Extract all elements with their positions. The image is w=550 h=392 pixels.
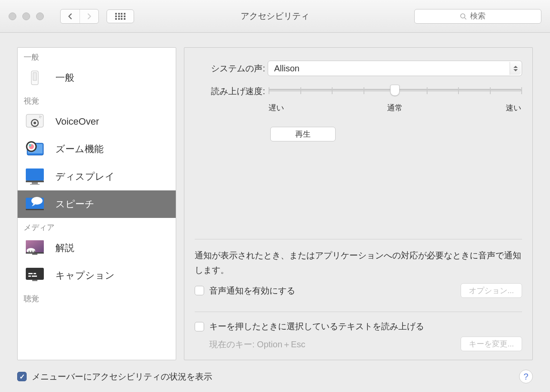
zoom-icon	[24, 141, 46, 158]
forward-button[interactable]	[79, 9, 98, 23]
current-key-label: 現在のキー: Option＋Esc	[209, 339, 305, 350]
sidebar: 一般 一般 視覚 VoiceOver ズーム機能	[17, 47, 176, 360]
options-button[interactable]: オプション...	[461, 283, 522, 298]
svg-line-1	[464, 18, 466, 19]
slider-thumb[interactable]	[390, 85, 400, 96]
zoom-icon[interactable]	[36, 12, 44, 20]
content: 一般 一般 視覚 VoiceOver ズーム機能	[0, 33, 550, 366]
enable-announcements-label: 音声通知を有効にする	[209, 285, 295, 297]
menubar-status-label: メニューバーにアクセシビリティの状況を表示	[32, 371, 212, 383]
speak-selected-row: キーを押したときに選択しているテキストを読み上げる	[195, 321, 522, 332]
svg-point-25	[34, 251, 35, 252]
svg-point-23	[28, 251, 30, 252]
general-icon	[24, 69, 46, 86]
show-all-button[interactable]	[107, 9, 134, 23]
speaking-rate-row: 読み上げ速度: 遅い	[195, 84, 522, 113]
svg-point-19	[31, 197, 43, 205]
sidebar-item-display[interactable]: ディスプレイ	[18, 163, 176, 190]
system-voice-value: Allison	[274, 64, 299, 74]
enable-announcements-checkbox[interactable]	[195, 286, 204, 295]
svg-point-24	[31, 251, 33, 252]
rate-normal-label: 通常	[387, 103, 403, 113]
speak-selected-checkbox[interactable]	[195, 322, 204, 331]
svg-rect-27	[32, 254, 37, 255]
announce-description: 通知が表示されたとき、またはアプリケーションへの対応が必要なときに音声で通知しま…	[195, 248, 522, 277]
speaking-rate-slider-area: 遅い 通常 速い	[268, 84, 522, 113]
sidebar-item-captions[interactable]: キャプション	[18, 262, 176, 289]
system-voice-row: システムの声: Allison	[195, 61, 522, 76]
system-voice-label: システムの声:	[195, 63, 268, 74]
window: アクセシビリティ 一般 一般 視覚 VoiceOver	[0, 0, 550, 392]
svg-rect-14	[32, 182, 38, 184]
svg-rect-26	[26, 252, 44, 254]
sidebar-item-speech[interactable]: スピーチ	[18, 190, 176, 218]
svg-point-6	[34, 122, 36, 124]
sidebar-item-descriptions[interactable]: 解説	[18, 234, 176, 262]
captions-icon	[24, 267, 46, 284]
sidebar-section-general: 一般	[18, 48, 176, 64]
change-key-button[interactable]: キーを変更...	[461, 337, 522, 351]
play-button-label: 再生	[295, 129, 311, 139]
rate-fast-label: 速い	[506, 103, 521, 113]
system-voice-select[interactable]: Allison	[268, 61, 522, 76]
play-button[interactable]: 再生	[270, 127, 336, 141]
footer: メニューバーにアクセシビリティの状況を表示 ?	[0, 366, 550, 392]
sidebar-item-label: 一般	[55, 71, 74, 84]
divider	[195, 312, 522, 312]
sidebar-item-label: スピーチ	[55, 198, 95, 211]
select-stepper-icon	[510, 62, 521, 75]
svg-rect-3	[33, 73, 37, 80]
svg-rect-15	[30, 184, 40, 185]
sidebar-item-label: ディスプレイ	[55, 170, 115, 183]
sidebar-item-general[interactable]: 一般	[18, 64, 176, 92]
sidebar-section-vision: 視覚	[18, 92, 176, 108]
sidebar-item-label: キャプション	[55, 269, 115, 282]
voiceover-icon	[24, 113, 46, 130]
search-input[interactable]	[470, 12, 496, 21]
svg-rect-12	[26, 168, 44, 181]
divider	[195, 239, 522, 239]
rate-slow-label: 遅い	[269, 103, 284, 113]
rate-tick-labels: 遅い 通常 速い	[268, 103, 522, 113]
svg-rect-17	[26, 209, 44, 210]
svg-point-0	[461, 14, 465, 18]
help-button[interactable]: ?	[519, 370, 533, 383]
main-panel: システムの声: Allison 読み上げ速度:	[184, 47, 533, 360]
sidebar-item-voiceover[interactable]: VoiceOver	[18, 108, 176, 135]
sidebar-section-media: メディア	[18, 218, 176, 234]
speak-selected-label: キーを押したときに選択しているテキストを読み上げる	[209, 321, 424, 332]
search-field[interactable]	[414, 9, 541, 24]
speaking-rate-slider[interactable]	[269, 89, 521, 92]
grid-icon	[115, 13, 125, 20]
toolbar: アクセシビリティ	[0, 0, 550, 33]
minimize-icon[interactable]	[22, 12, 30, 20]
svg-rect-32	[32, 276, 37, 277]
svg-rect-33	[32, 280, 37, 281]
enable-announcements-row: 音声通知を有効にする オプション...	[195, 283, 522, 298]
traffic-lights	[9, 12, 44, 20]
svg-rect-13	[26, 181, 44, 182]
svg-rect-31	[28, 276, 31, 277]
svg-rect-29	[28, 273, 33, 274]
sidebar-item-label: VoiceOver	[55, 116, 99, 127]
svg-rect-30	[34, 273, 36, 274]
speech-icon	[24, 196, 46, 213]
descriptions-icon	[24, 239, 46, 257]
search-icon	[460, 13, 467, 20]
sidebar-item-label: ズーム機能	[55, 143, 104, 156]
sidebar-item-zoom[interactable]: ズーム機能	[18, 135, 176, 163]
back-button[interactable]	[61, 9, 79, 23]
sidebar-item-label: 解説	[55, 242, 74, 254]
svg-point-11	[29, 144, 31, 147]
speaking-rate-label: 読み上げ速度:	[195, 84, 268, 97]
close-icon[interactable]	[9, 12, 16, 20]
svg-rect-18	[32, 210, 37, 211]
menubar-status-checkbox[interactable]	[17, 372, 27, 381]
sidebar-section-hearing: 聴覚	[18, 289, 176, 306]
nav-segment	[60, 9, 99, 24]
display-icon	[24, 168, 46, 185]
